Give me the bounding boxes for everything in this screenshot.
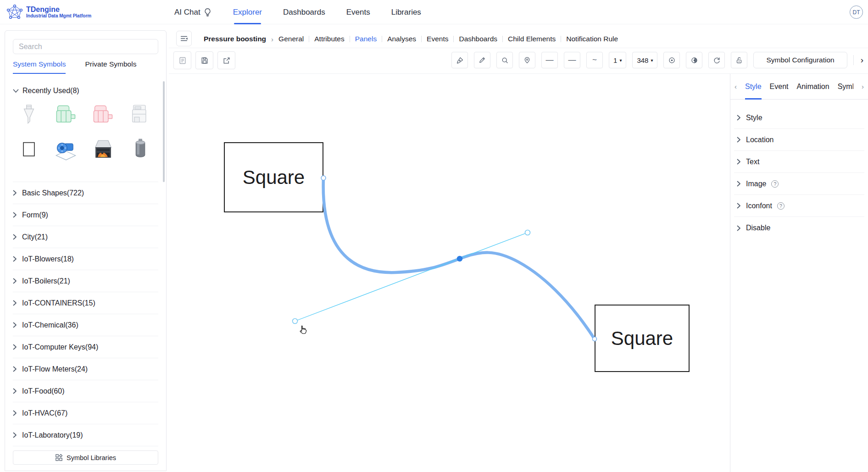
- app-root: TDengine Industrial Data Mgmt Platform A…: [0, 0, 868, 472]
- straight-line-tool-button[interactable]: —: [541, 52, 558, 68]
- brand[interactable]: TDengine Industrial Data Mgmt Platform: [6, 4, 91, 20]
- section-location[interactable]: Location: [734, 129, 864, 151]
- form-panel-button[interactable]: [173, 51, 191, 69]
- tabs-scroll-right-icon[interactable]: ›: [862, 83, 864, 90]
- stroke-width-select[interactable]: 1 ▾: [609, 52, 626, 68]
- symbol-funnel[interactable]: [16, 102, 42, 128]
- components-icon: [55, 454, 63, 461]
- category-iot-chemical[interactable]: IoT-Chemical(36): [13, 314, 158, 336]
- collapse-list-icon: [179, 34, 189, 43]
- circle-dot-button[interactable]: [663, 52, 680, 68]
- editor-canvas[interactable]: Square Square: [169, 74, 730, 472]
- collapse-sidebar-button[interactable]: [176, 31, 192, 46]
- angle-select[interactable]: 348 ▾: [632, 52, 657, 68]
- symbol-pump-red[interactable]: [90, 102, 116, 128]
- breadcrumb-root[interactable]: Pressure boosting: [204, 35, 266, 43]
- symbol-configuration-button[interactable]: Symbol Configuration: [753, 52, 847, 68]
- tab-symbol-properties[interactable]: Symbol Pr: [838, 74, 853, 100]
- category-list: Basic Shapes(722) Form(9) City(21) IoT-B…: [13, 182, 158, 446]
- category-iot-containers[interactable]: IoT-CONTAINERS(15): [13, 292, 158, 314]
- section-style[interactable]: Style: [734, 107, 864, 129]
- help-icon[interactable]: ?: [777, 202, 785, 210]
- divider: [169, 48, 868, 48]
- location-pin-button[interactable]: [519, 52, 535, 68]
- chevron-right-icon: [13, 278, 17, 284]
- tab-analyses[interactable]: Analyses: [387, 35, 416, 43]
- tab-panels[interactable]: Panels: [355, 35, 377, 43]
- section-text[interactable]: Text: [734, 151, 864, 173]
- category-iot-flow-meters[interactable]: IoT-Flow Meters(24): [13, 358, 158, 380]
- breadcrumb-arrow-icon: ›: [271, 35, 273, 43]
- refresh-button[interactable]: [708, 52, 725, 68]
- control-handle-start[interactable]: [293, 319, 298, 324]
- nav-item-explorer[interactable]: Explorer: [233, 0, 262, 24]
- tab-notification-rule[interactable]: Notification Rule: [566, 35, 618, 43]
- export-button[interactable]: [217, 51, 235, 69]
- circle-half-fill-button[interactable]: [686, 52, 702, 68]
- chevron-right-icon: [13, 366, 17, 372]
- control-handle-end[interactable]: [525, 230, 530, 235]
- properties-panel: ‹ Style Event Animation Symbol Pr › Styl…: [730, 74, 868, 472]
- category-iot-boilers[interactable]: IoT-Boilers(21): [13, 270, 158, 292]
- caret-down-icon: ▾: [651, 58, 653, 63]
- tab-private-symbols[interactable]: Private Symbols: [85, 60, 136, 74]
- nav-item-events[interactable]: Events: [346, 0, 370, 24]
- category-iot-computer-keys[interactable]: IoT-Computer Keys(94): [13, 336, 158, 358]
- symbol-machine[interactable]: [128, 102, 153, 128]
- chevron-right-icon: [13, 410, 17, 416]
- symbol-square[interactable]: [16, 137, 42, 163]
- category-iot-laboratory[interactable]: IoT-Laboratory(19): [13, 424, 158, 446]
- category-form[interactable]: Form(9): [13, 204, 158, 226]
- symbol-libraries-button[interactable]: Symbol Libraries: [13, 450, 158, 465]
- zoom-search-button[interactable]: [496, 52, 513, 68]
- help-icon[interactable]: ?: [771, 180, 779, 188]
- chevron-right-icon: [737, 203, 741, 209]
- symbol-sidebar: System Symbols Private Symbols Recently …: [5, 30, 167, 471]
- category-iot-food[interactable]: IoT-Food(60): [13, 380, 158, 402]
- recently-used-header[interactable]: Recently Used(8): [13, 87, 79, 95]
- tdengine-logo-icon: [6, 4, 23, 20]
- tab-child-elements[interactable]: Child Elements: [508, 35, 556, 43]
- divider: [853, 55, 854, 65]
- tab-general[interactable]: General: [278, 35, 304, 43]
- chevron-right-icon: [13, 234, 17, 240]
- chevron-right-icon: [13, 300, 17, 306]
- pen-tool-button[interactable]: [451, 52, 468, 68]
- curve-midpoint-dot[interactable]: [457, 256, 462, 261]
- connector-end-anchor[interactable]: [593, 337, 597, 341]
- connector-start-anchor[interactable]: [321, 176, 326, 180]
- nav-item-dashboards[interactable]: Dashboards: [283, 0, 325, 24]
- symbol-tank[interactable]: [128, 137, 153, 163]
- category-basic-shapes[interactable]: Basic Shapes(722): [13, 182, 158, 204]
- user-avatar[interactable]: DT: [850, 6, 863, 19]
- search-input[interactable]: [13, 39, 158, 54]
- category-iot-blowers[interactable]: IoT-Blowers(18): [13, 248, 158, 270]
- category-city[interactable]: City(21): [13, 226, 158, 248]
- category-iot-hvac[interactable]: IoT-HVAC(67): [13, 402, 158, 424]
- tab-events[interactable]: Events: [427, 35, 448, 43]
- symbol-pump-green[interactable]: [53, 102, 79, 128]
- tab-dashboards[interactable]: Dashboards: [459, 35, 497, 43]
- symbol-blower[interactable]: [53, 137, 79, 163]
- tab-attributes[interactable]: Attributes: [314, 35, 344, 43]
- curve-tool-button[interactable]: ~: [586, 52, 603, 68]
- tab-style[interactable]: Style: [745, 74, 762, 100]
- tabs-scroll-left-icon[interactable]: ‹: [734, 83, 737, 90]
- nav-item-libraries[interactable]: Libraries: [391, 0, 421, 24]
- pencil-tool-button[interactable]: [474, 52, 490, 68]
- tab-animation[interactable]: Animation: [797, 74, 829, 100]
- expand-panel-chevron[interactable]: ›: [860, 55, 864, 65]
- tab-system-symbols[interactable]: System Symbols: [13, 60, 66, 74]
- control-handle-line: [295, 233, 528, 321]
- section-iconfont[interactable]: Iconfont ?: [734, 195, 864, 217]
- save-button[interactable]: [195, 51, 213, 69]
- chevron-right-icon: [737, 137, 741, 143]
- section-disable[interactable]: Disable: [734, 217, 864, 239]
- tab-event[interactable]: Event: [770, 74, 789, 100]
- nav-item-ai-chat[interactable]: AI Chat: [174, 0, 212, 24]
- polyline-tool-button[interactable]: —: [564, 52, 580, 68]
- symbol-furnace[interactable]: [90, 137, 116, 163]
- sidebar-scrollbar[interactable]: [163, 81, 165, 182]
- unlock-button[interactable]: [731, 52, 747, 68]
- section-image[interactable]: Image ?: [734, 173, 864, 195]
